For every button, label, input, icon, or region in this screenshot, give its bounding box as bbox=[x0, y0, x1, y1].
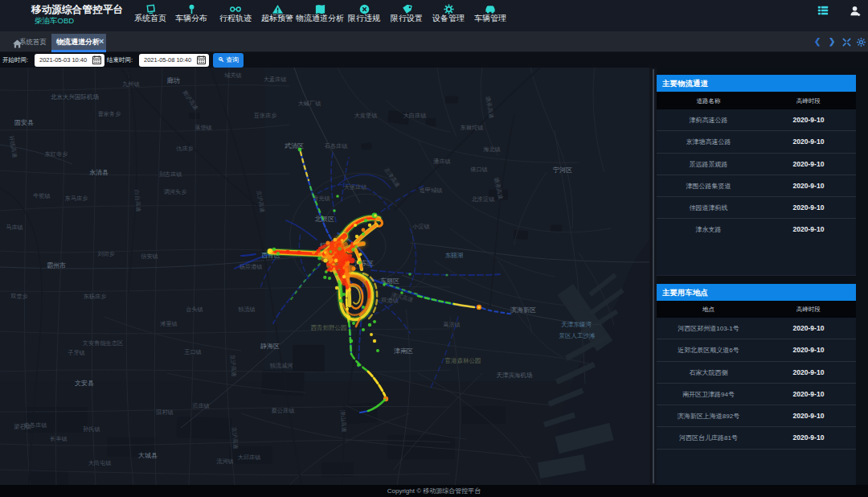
svg-text:天津滨海机场: 天津滨海机场 bbox=[497, 372, 533, 379]
svg-text:滨海新区: 滨海新区 bbox=[510, 306, 536, 314]
svg-text:调河头乡: 调河头乡 bbox=[164, 188, 187, 195]
svg-text:别古庄镇: 别古庄镇 bbox=[159, 170, 182, 178]
svg-text:大尚屯镇: 大尚屯镇 bbox=[88, 459, 112, 466]
svg-text:东红寺乡: 东红寺乡 bbox=[44, 150, 68, 158]
svg-text:杨芬港镇: 杨芬港镇 bbox=[239, 263, 263, 270]
svg-text:北辰区: 北辰区 bbox=[314, 216, 334, 223]
svg-text:葛沽镇: 葛沽镇 bbox=[443, 321, 461, 328]
svg-text:大黄堡镇: 大黄堡镇 bbox=[354, 112, 378, 119]
svg-text:西青郊野公园: 西青郊野公园 bbox=[311, 324, 347, 331]
svg-text:固安县: 固安县 bbox=[14, 119, 34, 126]
svg-text:永清县: 永清县 bbox=[89, 169, 108, 176]
svg-text:滩里镇: 滩里镇 bbox=[160, 320, 178, 327]
svg-text:造甲城镇: 造甲城镇 bbox=[420, 187, 443, 194]
svg-text:东棘坨镇: 东棘坨镇 bbox=[460, 124, 484, 131]
svg-text:旧村镇: 旧村镇 bbox=[156, 409, 174, 416]
svg-text:官港森林公园: 官港森林公园 bbox=[445, 357, 481, 364]
svg-text:独流减河: 独流减河 bbox=[270, 362, 293, 369]
svg-text:东丽湖: 东丽湖 bbox=[445, 252, 464, 259]
svg-text:北京大兴国际机场: 北京大兴国际机场 bbox=[51, 93, 99, 101]
svg-text:王口镇: 王口镇 bbox=[184, 348, 202, 355]
svg-text:台头镇: 台头镇 bbox=[186, 306, 203, 313]
svg-text:文安县: 文安县 bbox=[75, 380, 94, 387]
svg-text:信安镇: 信安镇 bbox=[141, 253, 158, 260]
svg-text:城关镇: 城关镇 bbox=[223, 72, 242, 79]
svg-text:潘庄镇: 潘庄镇 bbox=[432, 158, 451, 165]
svg-text:文安鲁能生态区: 文安鲁能生态区 bbox=[83, 339, 123, 347]
svg-text:大白庄镇: 大白庄镇 bbox=[403, 112, 427, 119]
svg-text:独流镇: 独流镇 bbox=[238, 306, 256, 313]
svg-text:蔡公庄镇: 蔡公庄镇 bbox=[272, 407, 295, 414]
svg-text:天津东疆湾: 天津东疆湾 bbox=[561, 321, 592, 328]
svg-text:双堂乡: 双堂乡 bbox=[10, 293, 28, 300]
svg-text:石各庄镇: 石各庄镇 bbox=[325, 142, 348, 150]
svg-text:大城县: 大城县 bbox=[138, 452, 158, 459]
svg-text:梁召镇: 梁召镇 bbox=[14, 423, 31, 430]
svg-text:宁河区: 宁河区 bbox=[553, 166, 572, 174]
svg-text:子牙镇: 子牙镇 bbox=[68, 349, 85, 356]
svg-text:北淮淀镇: 北淮淀镇 bbox=[472, 195, 495, 203]
svg-text:景区人工沙滩: 景区人工沙滩 bbox=[559, 332, 596, 339]
svg-text:大碱厂镇: 大碱厂镇 bbox=[298, 100, 321, 107]
svg-text:孙氏镇: 孙氏镇 bbox=[83, 425, 100, 433]
svg-text:豆张庄乡: 豆张庄乡 bbox=[254, 112, 277, 119]
svg-text:霸州市: 霸州市 bbox=[47, 262, 66, 269]
svg-text:仇庄乡: 仇庄乡 bbox=[176, 145, 194, 152]
svg-text:长丰镇: 长丰镇 bbox=[49, 435, 68, 442]
svg-text:九州镇: 九州镇 bbox=[122, 80, 140, 88]
svg-text:廊坊: 廊坊 bbox=[167, 76, 181, 84]
svg-text:流河镇: 流河镇 bbox=[216, 458, 234, 465]
svg-text:东杨庄乡: 东杨庄乡 bbox=[83, 293, 107, 300]
svg-text:曹家务乡: 曹家务乡 bbox=[98, 110, 121, 117]
svg-text:大邱庄镇: 大邱庄镇 bbox=[238, 454, 261, 461]
svg-text:东马庄乡: 东马庄乡 bbox=[64, 195, 88, 202]
svg-text:落垡镇: 落垡镇 bbox=[194, 124, 212, 131]
svg-text:大孟庄镇: 大孟庄镇 bbox=[264, 76, 287, 83]
svg-text:津南区: 津南区 bbox=[394, 347, 413, 355]
svg-text:小淀镇: 小淀镇 bbox=[411, 223, 430, 230]
svg-text:俵口镇: 俵口镇 bbox=[470, 166, 488, 173]
svg-text:刘街乡: 刘街乡 bbox=[97, 250, 115, 257]
svg-text:牛驼镇: 牛驼镇 bbox=[33, 192, 51, 199]
svg-text:静海区: 静海区 bbox=[260, 343, 280, 350]
svg-text:海北镇: 海北镇 bbox=[483, 146, 501, 153]
svg-text:马庄镇: 马庄镇 bbox=[6, 224, 23, 231]
svg-text:沿庄镇: 沿庄镇 bbox=[192, 402, 210, 409]
